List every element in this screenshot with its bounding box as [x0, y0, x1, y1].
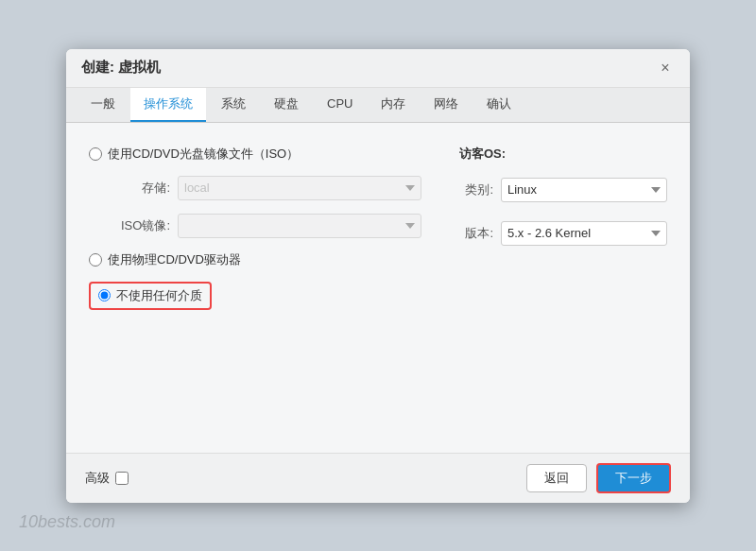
- type-select[interactable]: Linux: [501, 178, 667, 202]
- version-row: 版本: 5.x - 2.6 Kernel: [459, 221, 667, 246]
- tab-confirm[interactable]: 确认: [473, 88, 524, 122]
- version-select[interactable]: 5.x - 2.6 Kernel: [501, 221, 667, 246]
- tab-os[interactable]: 操作系统: [130, 88, 206, 122]
- dialog-body: 使用CD/DVD光盘镜像文件（ISO） 存储: local ISO镜像: 使用物…: [66, 123, 690, 453]
- option-nomedia-label: 不使用任何介质: [116, 287, 202, 304]
- type-label: 类别:: [459, 181, 493, 198]
- option-nomedia-radio[interactable]: [98, 289, 111, 301]
- option-nomedia-box[interactable]: 不使用任何介质: [89, 282, 212, 310]
- iso-select[interactable]: [178, 214, 421, 238]
- tab-bar: 一般 操作系统 系统 硬盘 CPU 内存 网络 确认: [66, 88, 690, 123]
- storage-label: 存储:: [110, 180, 170, 197]
- tab-cpu[interactable]: CPU: [314, 89, 366, 120]
- storage-select[interactable]: local: [178, 176, 421, 200]
- left-panel: 使用CD/DVD光盘镜像文件（ISO） 存储: local ISO镜像: 使用物…: [89, 146, 421, 438]
- option-iso-row[interactable]: 使用CD/DVD光盘镜像文件（ISO）: [89, 146, 421, 163]
- close-button[interactable]: ×: [656, 59, 675, 77]
- type-row: 类别: Linux: [459, 178, 667, 202]
- tab-network[interactable]: 网络: [421, 88, 472, 122]
- advanced-checkbox[interactable]: [115, 472, 129, 485]
- tab-system[interactable]: 系统: [208, 88, 259, 122]
- option-iso-radio[interactable]: [89, 147, 102, 161]
- option-iso-label: 使用CD/DVD光盘镜像文件（ISO）: [108, 146, 299, 163]
- dialog-header: 创建: 虚拟机 ×: [66, 49, 690, 88]
- option-physical-radio[interactable]: [89, 253, 102, 267]
- footer-left: 高级: [85, 470, 129, 487]
- iso-row: ISO镜像:: [110, 214, 421, 238]
- right-panel: 访客OS: 类别: Linux 版本: 5.x - 2.6 Kernel: [459, 146, 667, 438]
- version-label: 版本:: [459, 225, 493, 242]
- option-physical-label: 使用物理CD/DVD驱动器: [108, 251, 241, 268]
- tab-disk[interactable]: 硬盘: [261, 88, 312, 122]
- dialog-footer: 高级 返回 下一步: [66, 453, 690, 503]
- next-button[interactable]: 下一步: [596, 463, 671, 493]
- create-vm-dialog: 创建: 虚拟机 × 一般 操作系统 系统 硬盘 CPU 内存 网络 确认 使用C…: [66, 49, 690, 503]
- watermark: 10bests.com: [19, 512, 115, 532]
- option-physical-row[interactable]: 使用物理CD/DVD驱动器: [89, 251, 421, 268]
- storage-row: 存储: local: [110, 176, 421, 200]
- iso-label: ISO镜像:: [110, 217, 170, 234]
- dialog-title: 创建: 虚拟机: [81, 59, 161, 77]
- tab-memory[interactable]: 内存: [368, 88, 419, 122]
- guest-os-title: 访客OS:: [459, 146, 667, 163]
- advanced-label: 高级: [85, 470, 110, 487]
- back-button[interactable]: 返回: [526, 464, 587, 492]
- tab-general[interactable]: 一般: [77, 88, 129, 122]
